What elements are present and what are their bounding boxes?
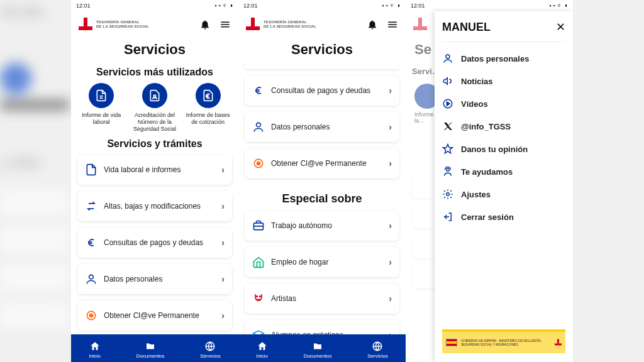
svg-point-7 (257, 162, 260, 165)
page-title: Servicios (238, 36, 406, 64)
quick-item-bases[interactable]: Informe de bases de cotización (184, 83, 233, 132)
quick-item-vida-laboral[interactable]: Informe de vida laboral (77, 83, 126, 132)
drawer-item-noticias[interactable]: Noticias (442, 72, 565, 90)
target-icon (85, 309, 97, 322)
status-icons: ▪ ▾ ᯤ ▮ (382, 3, 401, 9)
phone-screen-2: 12:01 ▪ ▾ ᯤ ▮ TESORERÍA GENERALDE LA SEG… (238, 0, 406, 362)
megaphone-icon (442, 75, 453, 87)
nav-docs[interactable]: Documentos (136, 341, 165, 359)
list-item[interactable]: Obtener Cl@ve Permanente › (77, 300, 232, 331)
drawer-item-help[interactable]: Te ayudamos (442, 163, 565, 180)
status-bar: 12:01 ▪ ▾ ᯤ ▮ (71, 0, 238, 11)
bell-icon[interactable] (367, 19, 378, 30)
list-item[interactable]: Trabajo autónomo › (245, 211, 399, 241)
bell-icon[interactable] (199, 19, 211, 30)
status-time: 12:01 (243, 3, 258, 9)
section-services-title: Servicios y trámites (71, 136, 238, 155)
nav-docs[interactable]: Documentos (304, 341, 332, 359)
nav-services[interactable]: Servicios (200, 341, 220, 359)
document-person-icon (142, 83, 167, 108)
brand-logo-icon (555, 339, 562, 346)
phone-screen-1: 12:01 ▪ ▾ ᯤ ▮ TESORERÍA GENERAL DE LA SE… (71, 0, 238, 362)
list-item-label: Altas, bajas y modificaciones (104, 202, 215, 211)
svg-point-12 (446, 55, 450, 58)
list-item-label: Trabajo autónomo (271, 221, 382, 230)
brand-logo-icon (79, 18, 92, 31)
section-most-used-title: Servicios más utilizados (71, 64, 238, 83)
target-icon (252, 157, 265, 170)
list-item[interactable] (245, 64, 399, 69)
euro-icon (85, 236, 97, 249)
list-item[interactable]: Datos personales › (77, 264, 232, 294)
drawer-item-settings[interactable]: Ajustes (442, 185, 565, 203)
list-item[interactable]: Datos personales › (245, 112, 399, 142)
document-icon (85, 163, 97, 176)
chevron-right-icon: › (389, 257, 392, 267)
svg-point-3 (90, 314, 93, 317)
chevron-right-icon: › (221, 201, 225, 211)
list-item[interactable]: Vida laboral e informes › (77, 155, 232, 185)
list-item-label: Empleo de hogar (271, 258, 382, 266)
close-icon[interactable]: ✕ (556, 20, 565, 34)
list-item[interactable]: Consultas de pagos y deudas › (77, 228, 232, 258)
status-icons: ▪ ▾ ᯤ ▮ (549, 3, 568, 9)
document-icon (89, 83, 114, 108)
quick-item-acreditacion[interactable]: Acreditación del Número de la Seguridad … (130, 83, 179, 132)
status-icons: ▪ ▾ ᯤ ▮ (214, 3, 233, 9)
bottom-nav: Inicio Documentos Servicios (238, 334, 406, 362)
chevron-right-icon: › (389, 221, 392, 231)
list-item-label: Obtener Cl@ve Permanente (104, 311, 215, 320)
svg-point-15 (447, 193, 450, 196)
chevron-right-icon: › (221, 310, 225, 321)
chevron-right-icon: › (389, 158, 392, 168)
briefcase-icon (252, 219, 265, 232)
list-item-label: Artistas (271, 294, 382, 303)
svg-point-1 (89, 275, 94, 280)
status-bar: 12:01 ▪ ▾ ᯤ ▮ (238, 0, 406, 11)
nav-home[interactable]: Inicio (256, 341, 268, 359)
svg-point-14 (447, 168, 450, 172)
list-item[interactable]: Consultas de pagos y deudas › (245, 75, 399, 106)
quick-label: Acreditación del Número de la Seguridad … (130, 112, 179, 132)
chevron-right-icon: › (389, 293, 392, 304)
nav-home[interactable]: Inicio (89, 341, 101, 359)
status-time: 12:01 (76, 3, 91, 9)
drawer-item-datos[interactable]: Datos personales (442, 50, 565, 67)
list-item[interactable]: Empleo de hogar › (245, 247, 399, 277)
list-item-label: Datos personales (271, 123, 382, 131)
document-euro-icon (196, 83, 221, 108)
person-icon (252, 121, 265, 133)
drawer-item-opinion[interactable]: Danos tu opinión (442, 140, 565, 158)
list-item-label: Datos personales (104, 275, 215, 283)
person-icon (85, 273, 97, 285)
drawer-footer: GOBIERNO DE ESPAÑA · MINISTERIO DE INCLU… (442, 329, 565, 353)
menu-icon[interactable] (219, 19, 231, 30)
chevron-right-icon: › (221, 274, 225, 284)
svg-point-10 (260, 296, 261, 297)
list-item-label: Obtener Cl@ve Permanente (271, 159, 382, 168)
drawer-item-videos[interactable]: Vídeos (442, 95, 565, 112)
list-item[interactable]: Obtener Cl@ve Permanente › (245, 148, 399, 178)
bottom-nav: Inicio Documentos Servicios (71, 334, 238, 362)
person-icon (442, 53, 453, 64)
drawer-item-logout[interactable]: Cerrar sesión (442, 208, 565, 226)
play-icon (442, 98, 453, 109)
list-item[interactable]: Altas, bajas y modificaciones › (77, 191, 232, 221)
quick-label: Informe de vida laboral (77, 112, 126, 126)
chevron-right-icon: › (389, 122, 392, 132)
svg-point-5 (257, 123, 261, 127)
page-title: Servicios (71, 36, 238, 64)
section-special-title: Especial sobre (238, 185, 406, 211)
drawer-item-twitter[interactable]: @info_TGSS (442, 118, 565, 135)
home-icon (252, 256, 265, 268)
theater-icon (252, 292, 265, 305)
menu-icon[interactable] (387, 19, 398, 30)
brand-logo-icon (246, 18, 260, 31)
chevron-right-icon: › (389, 85, 392, 96)
list-item[interactable]: Artistas › (245, 283, 399, 314)
swap-icon (85, 200, 97, 212)
quick-access-row: Informe de vida laboral Acreditación del… (71, 83, 238, 136)
gear-icon (442, 189, 453, 200)
app-bar: TESORERÍA GENERAL DE LA SEGURIDAD SOCIAL (71, 11, 238, 36)
nav-services[interactable]: Servicios (367, 341, 387, 359)
